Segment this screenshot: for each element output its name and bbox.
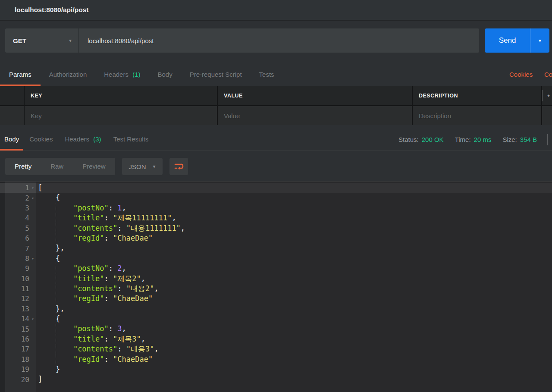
code-line: 8▾ {	[0, 254, 552, 263]
code-link[interactable]: Code	[544, 64, 552, 85]
fold-caret-icon[interactable]: ▾	[29, 317, 36, 321]
value-header-label: VALUE	[218, 93, 243, 99]
code-line: 20]	[0, 374, 552, 384]
fold-caret-icon[interactable]: ▾	[29, 256, 36, 261]
response-tab-cookies[interactable]: Cookies	[23, 129, 59, 151]
mode-pretty-label: Pretty	[15, 163, 31, 170]
time-label: Time:	[455, 136, 471, 143]
indent-guide	[56, 263, 56, 273]
line-number: 19	[21, 365, 29, 373]
code-line: 11 "contents": "내용2",	[0, 284, 552, 294]
code-text: "title": "제목2",	[36, 274, 145, 284]
fold-caret-icon[interactable]: ▾	[29, 196, 36, 201]
line-gutter: 15	[0, 324, 36, 334]
code-text: [	[36, 183, 42, 193]
tab-params[interactable]: Params	[0, 64, 41, 86]
request-title: localhost:8080/api/post	[15, 6, 88, 14]
json-token-p: {	[38, 254, 60, 263]
line-gutter: 17	[0, 344, 36, 354]
json-token-p: ,	[141, 274, 145, 283]
json-token-p: :	[104, 234, 113, 242]
mode-preview-button[interactable]: Preview	[73, 158, 115, 175]
json-token-p: ,	[141, 335, 145, 343]
json-token-k: "regId"	[73, 234, 104, 242]
method-label: GET	[13, 37, 26, 44]
json-token-k: "regId"	[73, 355, 104, 364]
json-token-p: ,	[154, 284, 158, 293]
line-number: 4	[25, 214, 29, 222]
line-gutter[interactable]: 1▾	[0, 183, 36, 193]
line-number: 5	[25, 224, 29, 232]
response-tab-body[interactable]: Body	[0, 129, 23, 151]
params-options-button[interactable]: •	[542, 86, 552, 105]
value-column-header: VALUE	[218, 86, 412, 105]
send-button[interactable]: Send	[485, 28, 530, 53]
json-token-p: :	[104, 335, 113, 343]
code-line: 15 "postNo": 3,	[0, 324, 552, 334]
fold-caret-icon[interactable]: ▾	[29, 185, 36, 190]
code-line: 1▾[	[0, 183, 552, 193]
description-input-cell	[413, 106, 541, 125]
response-tab-headers[interactable]: Headers (3)	[59, 129, 107, 151]
send-label: Send	[499, 36, 516, 45]
mode-raw-button[interactable]: Raw	[41, 158, 73, 175]
tab-body[interactable]: Body	[149, 64, 181, 86]
cookies-link[interactable]: Cookies	[509, 64, 533, 85]
params-row-end-cell	[542, 106, 552, 125]
size-meta: Size: 354 B	[502, 136, 537, 143]
indent-guide	[56, 203, 56, 213]
json-token-p: ,	[181, 224, 185, 232]
line-gutter[interactable]: 14▾	[0, 314, 36, 324]
json-token-p: ,	[122, 204, 126, 212]
response-meta: Status: 200 OK Time: 20 ms Size: 354 B	[387, 129, 552, 151]
line-gutter: 19	[0, 364, 36, 374]
code-text: "postNo": 1,	[36, 203, 126, 213]
response-tab-test-results[interactable]: Test Results	[107, 129, 155, 151]
tab-tests[interactable]: Tests	[251, 64, 283, 86]
code-line: 18 "regId": "ChaeDae"	[0, 354, 552, 364]
description-header-label: DESCRIPTION	[413, 93, 458, 99]
value-input[interactable]	[218, 112, 412, 119]
tab-headers[interactable]: Headers (1)	[95, 64, 149, 86]
json-token-s: "내용1111111"	[126, 224, 181, 232]
code-line: 16 "title": "제목3",	[0, 334, 552, 344]
description-column-header: DESCRIPTION	[413, 86, 541, 105]
line-number: 20	[21, 376, 29, 384]
method-dropdown[interactable]: GET ▾	[5, 28, 79, 53]
code-line: 2▾ {	[0, 193, 552, 203]
json-token-p: ]	[38, 375, 42, 383]
mode-raw-label: Raw	[50, 163, 63, 170]
key-input[interactable]	[25, 112, 217, 119]
json-token-p: },	[38, 244, 64, 252]
line-gutter: 20	[0, 374, 36, 384]
line-number: 10	[21, 275, 29, 283]
tab-authorization[interactable]: Authorization	[41, 64, 96, 86]
json-token-s: "제목3"	[113, 335, 141, 343]
json-token-s: "제목2"	[113, 274, 141, 283]
line-gutter[interactable]: 2▾	[0, 193, 36, 203]
line-gutter[interactable]: 8▾	[0, 254, 36, 263]
json-token-p: :	[109, 324, 117, 333]
line-gutter: 9	[0, 263, 36, 273]
json-token-p: :	[109, 264, 117, 273]
tab-prerequest-script[interactable]: Pre-request Script	[181, 64, 251, 86]
line-gutter: 13	[0, 304, 36, 314]
description-input[interactable]	[413, 112, 541, 119]
code-line: 7 },	[0, 243, 552, 253]
url-input[interactable]	[79, 28, 479, 53]
tab-authorization-label: Authorization	[49, 71, 87, 78]
line-gutter: 11	[0, 284, 36, 294]
response-body-code[interactable]: 1▾[2▾ {3 "postNo": 1,4 "title": "제목11111…	[0, 181, 552, 392]
json-token-p: :	[117, 224, 126, 232]
code-line: 13 },	[0, 304, 552, 314]
send-options-button[interactable]: ▾	[530, 28, 549, 53]
code-text: "postNo": 2,	[36, 263, 126, 273]
wrap-lines-button[interactable]	[169, 158, 188, 175]
code-text: ]	[36, 374, 42, 384]
json-token-p: :	[117, 284, 126, 293]
code-text: {	[36, 193, 60, 203]
mode-pretty-button[interactable]: Pretty	[5, 158, 41, 175]
format-dropdown[interactable]: JSON ▾	[122, 158, 163, 175]
section-divider	[0, 125, 552, 129]
size-label: Size:	[502, 136, 517, 143]
